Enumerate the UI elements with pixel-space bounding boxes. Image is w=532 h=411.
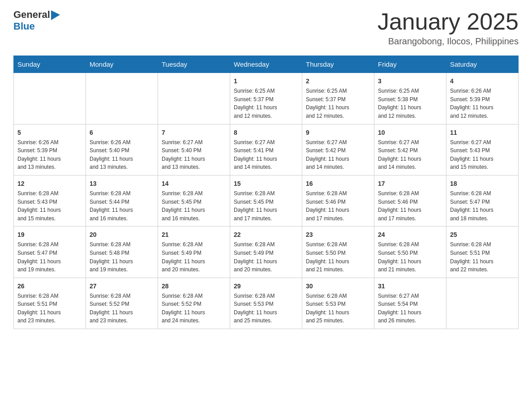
day-info: Sunrise: 6:28 AMSunset: 5:51 PMDaylight:… [17,292,82,325]
day-info: Sunrise: 6:27 AMSunset: 5:43 PMDaylight:… [450,138,515,171]
calendar-title: January 2025 [378,9,519,34]
calendar-table: SundayMondayTuesdayWednesdayThursdayFrid… [13,56,519,329]
day-number: 22 [234,230,298,240]
day-info: Sunrise: 6:28 AMSunset: 5:46 PMDaylight:… [306,189,370,223]
day-info: Sunrise: 6:26 AMSunset: 5:39 PMDaylight:… [450,87,515,120]
day-number: 17 [378,179,442,188]
svg-marker-0 [51,10,60,20]
calendar-day-cell: 20Sunrise: 6:28 AMSunset: 5:48 PMDayligh… [86,227,158,278]
logo-text-general: General [13,9,50,21]
day-number: 11 [450,128,515,137]
day-number: 9 [306,128,370,137]
day-of-week-header: Sunday [14,56,86,73]
day-info: Sunrise: 6:28 AMSunset: 5:49 PMDaylight:… [162,240,226,274]
calendar-day-cell: 17Sunrise: 6:28 AMSunset: 5:46 PMDayligh… [374,175,446,226]
calendar-header-row: SundayMondayTuesdayWednesdayThursdayFrid… [14,56,519,73]
day-number: 25 [450,230,515,240]
day-info: Sunrise: 6:28 AMSunset: 5:50 PMDaylight:… [378,240,442,274]
day-number: 26 [17,282,82,291]
day-of-week-header: Thursday [302,56,374,73]
calendar-day-cell: 31Sunrise: 6:27 AMSunset: 5:54 PMDayligh… [374,278,446,329]
calendar-day-cell: 22Sunrise: 6:28 AMSunset: 5:49 PMDayligh… [230,227,302,278]
day-number: 31 [378,282,442,291]
day-info: Sunrise: 6:25 AMSunset: 5:38 PMDaylight:… [378,87,442,120]
calendar-day-cell: 30Sunrise: 6:28 AMSunset: 5:53 PMDayligh… [302,278,374,329]
day-info: Sunrise: 6:28 AMSunset: 5:43 PMDaylight:… [17,189,82,223]
day-info: Sunrise: 6:26 AMSunset: 5:40 PMDaylight:… [90,138,154,171]
calendar-day-cell: 12Sunrise: 6:28 AMSunset: 5:43 PMDayligh… [14,175,86,226]
day-info: Sunrise: 6:28 AMSunset: 5:45 PMDaylight:… [234,189,298,223]
logo-text-blue: Blue [13,21,35,32]
calendar-day-cell [14,73,86,124]
calendar-day-cell: 9Sunrise: 6:27 AMSunset: 5:42 PMDaylight… [302,124,374,175]
day-info: Sunrise: 6:25 AMSunset: 5:37 PMDaylight:… [306,87,370,120]
day-of-week-header: Friday [374,56,446,73]
calendar-day-cell: 16Sunrise: 6:28 AMSunset: 5:46 PMDayligh… [302,175,374,226]
day-info: Sunrise: 6:28 AMSunset: 5:51 PMDaylight:… [450,240,515,274]
calendar-day-cell: 1Sunrise: 6:25 AMSunset: 5:37 PMDaylight… [230,73,302,124]
calendar-day-cell: 24Sunrise: 6:28 AMSunset: 5:50 PMDayligh… [374,227,446,278]
calendar-day-cell: 27Sunrise: 6:28 AMSunset: 5:52 PMDayligh… [86,278,158,329]
calendar-day-cell: 3Sunrise: 6:25 AMSunset: 5:38 PMDaylight… [374,73,446,124]
calendar-day-cell: 21Sunrise: 6:28 AMSunset: 5:49 PMDayligh… [158,227,230,278]
calendar-day-cell: 5Sunrise: 6:26 AMSunset: 5:39 PMDaylight… [14,124,86,175]
day-info: Sunrise: 6:28 AMSunset: 5:53 PMDaylight:… [234,292,298,325]
day-number: 21 [162,230,226,240]
calendar-day-cell: 15Sunrise: 6:28 AMSunset: 5:45 PMDayligh… [230,175,302,226]
calendar-week-row: 5Sunrise: 6:26 AMSunset: 5:39 PMDaylight… [14,124,519,175]
calendar-day-cell: 4Sunrise: 6:26 AMSunset: 5:39 PMDaylight… [446,73,519,124]
day-number: 1 [234,77,298,86]
calendar-day-cell: 14Sunrise: 6:28 AMSunset: 5:45 PMDayligh… [158,175,230,226]
day-info: Sunrise: 6:28 AMSunset: 5:46 PMDaylight:… [378,189,442,223]
day-of-week-header: Tuesday [158,56,230,73]
calendar-day-cell [158,73,230,124]
day-info: Sunrise: 6:28 AMSunset: 5:52 PMDaylight:… [90,292,154,325]
day-number: 8 [234,128,298,137]
day-info: Sunrise: 6:28 AMSunset: 5:48 PMDaylight:… [90,240,154,274]
day-info: Sunrise: 6:27 AMSunset: 5:42 PMDaylight:… [306,138,370,171]
day-number: 16 [306,179,370,188]
day-of-week-header: Saturday [446,56,519,73]
day-number: 28 [162,282,226,291]
day-number: 15 [234,179,298,188]
day-info: Sunrise: 6:26 AMSunset: 5:39 PMDaylight:… [17,138,82,171]
calendar-week-row: 19Sunrise: 6:28 AMSunset: 5:47 PMDayligh… [14,227,519,278]
day-number: 4 [450,77,515,86]
day-info: Sunrise: 6:28 AMSunset: 5:47 PMDaylight:… [450,189,515,223]
day-info: Sunrise: 6:27 AMSunset: 5:54 PMDaylight:… [378,292,442,325]
calendar-day-cell: 19Sunrise: 6:28 AMSunset: 5:47 PMDayligh… [14,227,86,278]
header-area: General Blue January 2025 Barangobong, I… [13,9,519,47]
logo-icon: General Blue [13,9,60,32]
calendar-day-cell: 28Sunrise: 6:28 AMSunset: 5:52 PMDayligh… [158,278,230,329]
day-number: 23 [306,230,370,240]
day-info: Sunrise: 6:28 AMSunset: 5:44 PMDaylight:… [90,189,154,223]
calendar-day-cell: 8Sunrise: 6:27 AMSunset: 5:41 PMDaylight… [230,124,302,175]
day-number: 2 [306,77,370,86]
calendar-day-cell: 26Sunrise: 6:28 AMSunset: 5:51 PMDayligh… [14,278,86,329]
day-info: Sunrise: 6:28 AMSunset: 5:53 PMDaylight:… [306,292,370,325]
calendar-day-cell: 7Sunrise: 6:27 AMSunset: 5:40 PMDaylight… [158,124,230,175]
day-info: Sunrise: 6:28 AMSunset: 5:50 PMDaylight:… [306,240,370,274]
day-info: Sunrise: 6:27 AMSunset: 5:40 PMDaylight:… [162,138,226,171]
logo-triangle-icon [51,10,60,20]
day-number: 20 [90,230,154,240]
calendar-day-cell: 25Sunrise: 6:28 AMSunset: 5:51 PMDayligh… [446,227,519,278]
day-number: 10 [378,128,442,137]
calendar-subtitle: Barangobong, Ilocos, Philippines [378,36,519,47]
day-info: Sunrise: 6:28 AMSunset: 5:47 PMDaylight:… [17,240,82,274]
day-number: 18 [450,179,515,188]
day-info: Sunrise: 6:25 AMSunset: 5:37 PMDaylight:… [234,87,298,120]
calendar-day-cell: 11Sunrise: 6:27 AMSunset: 5:43 PMDayligh… [446,124,519,175]
day-number: 12 [17,179,82,188]
day-number: 19 [17,230,82,240]
day-number: 7 [162,128,226,137]
calendar-day-cell: 10Sunrise: 6:27 AMSunset: 5:42 PMDayligh… [374,124,446,175]
day-number: 29 [234,282,298,291]
day-number: 27 [90,282,154,291]
day-number: 5 [17,128,82,137]
day-of-week-header: Wednesday [230,56,302,73]
calendar-day-cell [86,73,158,124]
logo: General Blue [13,9,60,32]
day-number: 6 [90,128,154,137]
calendar-week-row: 26Sunrise: 6:28 AMSunset: 5:51 PMDayligh… [14,278,519,329]
